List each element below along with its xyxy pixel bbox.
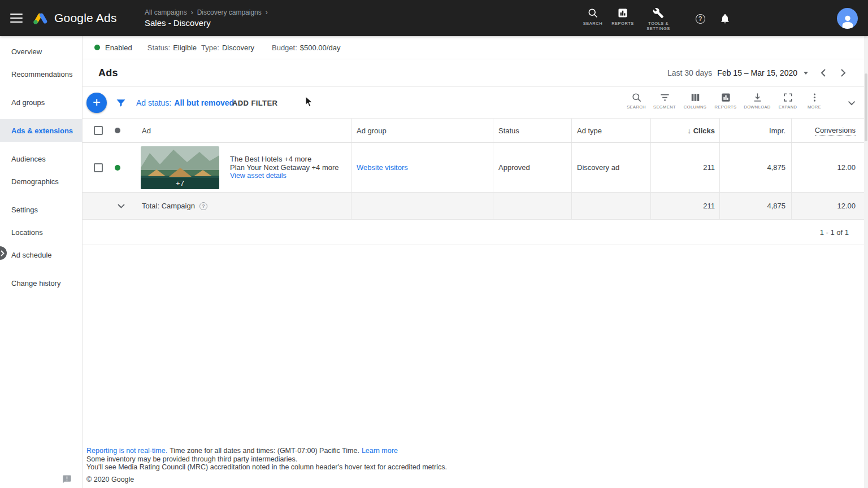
table-header-row: Ad Ad group Status Ad type ↓ Clicks Impr… bbox=[83, 119, 865, 143]
topbar-tools-button[interactable]: TOOLS & SETTINGS bbox=[642, 7, 675, 31]
col-header-ad-group[interactable]: Ad group bbox=[351, 119, 493, 142]
date-next-button[interactable] bbox=[836, 66, 850, 80]
total-label-cell: Total: Campaign ? bbox=[83, 193, 351, 219]
add-filter-button[interactable]: ADD FILTER bbox=[232, 87, 277, 119]
plus-icon: + bbox=[93, 95, 101, 109]
learn-more-link[interactable]: Learn more bbox=[362, 447, 398, 455]
chevron-right-icon bbox=[1, 250, 5, 256]
total-help-icon[interactable]: ? bbox=[199, 202, 207, 210]
sidebar-item-locations[interactable]: Locations bbox=[0, 221, 82, 243]
total-empty-cell bbox=[572, 193, 651, 219]
date-prev-button[interactable] bbox=[816, 66, 830, 80]
col-header-conversions[interactable]: Conversions bbox=[792, 119, 865, 142]
avatar[interactable] bbox=[837, 8, 858, 29]
sidebar-item-overview[interactable]: Overview bbox=[0, 40, 82, 63]
filter-icon[interactable] bbox=[115, 97, 127, 108]
tool-label: COLUMNS bbox=[684, 104, 706, 110]
bell-icon bbox=[719, 13, 731, 24]
scrollbar[interactable] bbox=[864, 36, 868, 488]
date-range-value: Feb 15 – Mar 15, 2020 bbox=[717, 68, 797, 77]
chevron-right-icon: › bbox=[191, 8, 193, 16]
type-label: Type: bbox=[201, 43, 219, 52]
person-icon bbox=[840, 13, 856, 29]
help-button[interactable]: ? bbox=[693, 12, 707, 25]
feedback-icon[interactable] bbox=[62, 474, 72, 484]
expand-total-chevron-icon[interactable] bbox=[116, 204, 125, 208]
table-toolbar: + Ad status: All but removed ADD FILTER … bbox=[83, 87, 865, 119]
breadcrumb-all-campaigns[interactable]: All campaigns bbox=[145, 8, 187, 16]
google-ads-logo[interactable]: Google Ads bbox=[32, 9, 117, 27]
select-all-checkbox[interactable] bbox=[94, 126, 103, 135]
sidebar-item-demographics[interactable]: Demographics bbox=[0, 170, 82, 193]
brand-name: Google Ads bbox=[54, 11, 117, 25]
view-asset-details-link[interactable]: View asset details bbox=[230, 172, 339, 180]
tool-label: REPORTS bbox=[715, 104, 737, 110]
col-header-ad-label[interactable]: Ad bbox=[142, 127, 151, 135]
enabled-status-dot bbox=[94, 45, 100, 50]
columns-button[interactable]: COLUMNS bbox=[683, 92, 708, 110]
total-empty-cell bbox=[493, 193, 572, 219]
tool-label: MORE bbox=[808, 104, 821, 110]
scrollbar-thumb[interactable] bbox=[865, 73, 867, 141]
sidebar-item-change-history[interactable]: Change history bbox=[0, 272, 82, 294]
conversions-cell: 12.00 bbox=[792, 143, 865, 192]
menu-icon[interactable] bbox=[10, 14, 23, 23]
reporting-delay-link[interactable]: Reporting is not real-time. bbox=[86, 447, 167, 455]
reports-button[interactable]: REPORTS bbox=[713, 92, 738, 110]
ad-text-block: The Best Hotels +4 more Plan Your Next G… bbox=[230, 155, 339, 180]
wrench-icon bbox=[653, 7, 664, 19]
ad-status-filter-chip[interactable]: Ad status: All but removed bbox=[136, 87, 234, 119]
total-label: Total: Campaign bbox=[142, 202, 195, 210]
campaign-title[interactable]: Sales - Discovery bbox=[145, 18, 272, 28]
status-dot-column-icon[interactable] bbox=[115, 128, 120, 133]
topbar-reports-button[interactable]: REPORTS bbox=[610, 7, 636, 26]
inventory-text: Some inventory may be provided through t… bbox=[86, 455, 447, 464]
collapse-table-toolbar-button[interactable] bbox=[843, 96, 861, 110]
sidebar-item-settings[interactable]: Settings bbox=[0, 198, 82, 221]
segment-button[interactable]: SEGMENT bbox=[652, 92, 677, 110]
col-header-impressions[interactable]: Impr. bbox=[720, 119, 792, 142]
main-content: Enabled Status: Eligible Type: Discovery… bbox=[83, 36, 865, 488]
notifications-button[interactable] bbox=[718, 12, 732, 25]
campaign-state[interactable]: Enabled bbox=[105, 43, 132, 52]
sidebar-item-ad-schedule[interactable]: Ad schedule bbox=[0, 243, 82, 266]
sidebar-nav: Overview Recommendations Ad groups Ads &… bbox=[0, 36, 83, 488]
topbar-tools-label: TOOLS & SETTINGS bbox=[642, 21, 675, 31]
status-value: Eligible bbox=[173, 43, 197, 52]
expand-button[interactable]: EXPAND bbox=[775, 92, 800, 110]
reports-icon bbox=[617, 7, 628, 19]
sidebar-item-recommendations[interactable]: Recommendations bbox=[0, 63, 82, 85]
table-search-button[interactable]: SEARCH bbox=[624, 92, 649, 110]
reports-icon bbox=[721, 92, 731, 103]
sidebar-item-audiences[interactable]: Audiences bbox=[0, 147, 82, 170]
col-header-clicks-label: Clicks bbox=[693, 127, 715, 135]
page-title: Ads bbox=[98, 67, 118, 79]
chevron-down-icon bbox=[845, 97, 858, 109]
row-checkbox[interactable] bbox=[94, 163, 103, 172]
sidebar-item-ad-groups[interactable]: Ad groups bbox=[0, 91, 82, 114]
add-ad-button[interactable]: + bbox=[86, 93, 107, 113]
ad-thumbnail[interactable]: +7 bbox=[141, 146, 219, 189]
chevron-right-icon: › bbox=[266, 8, 268, 16]
topbar-reports-label: REPORTS bbox=[611, 21, 634, 26]
ad-group-cell: Website visitors bbox=[351, 143, 493, 192]
row-status-dot[interactable] bbox=[115, 165, 120, 171]
tool-label: SEARCH bbox=[627, 104, 646, 110]
chevron-right-icon bbox=[841, 69, 846, 77]
date-preset-label: Last 30 days bbox=[667, 68, 712, 77]
col-header-status[interactable]: Status bbox=[493, 119, 572, 142]
more-button[interactable]: MORE bbox=[802, 92, 827, 110]
download-button[interactable]: DOWNLOAD bbox=[745, 92, 770, 110]
date-range-picker[interactable]: Last 30 days Feb 15 – Mar 15, 2020 bbox=[667, 68, 808, 77]
ad-group-link[interactable]: Website visitors bbox=[357, 163, 408, 172]
total-row: Total: Campaign ? 211 4,875 12.00 bbox=[83, 193, 865, 220]
budget-value[interactable]: $500.00/day bbox=[300, 43, 341, 52]
mrc-text: You'll see Media Rating Council (MRC) ac… bbox=[86, 463, 447, 472]
col-header-clicks[interactable]: ↓ Clicks bbox=[651, 119, 720, 142]
col-header-ad-type[interactable]: Ad type bbox=[572, 119, 651, 142]
topbar-search-button[interactable]: SEARCH bbox=[580, 7, 606, 26]
sidebar-item-ads-extensions[interactable]: Ads & extensions bbox=[0, 119, 82, 142]
ad-title: The Best Hotels +4 more bbox=[230, 155, 339, 163]
type-value: Discovery bbox=[222, 43, 254, 52]
breadcrumb-discovery-campaigns[interactable]: Discovery campaigns bbox=[197, 8, 262, 16]
